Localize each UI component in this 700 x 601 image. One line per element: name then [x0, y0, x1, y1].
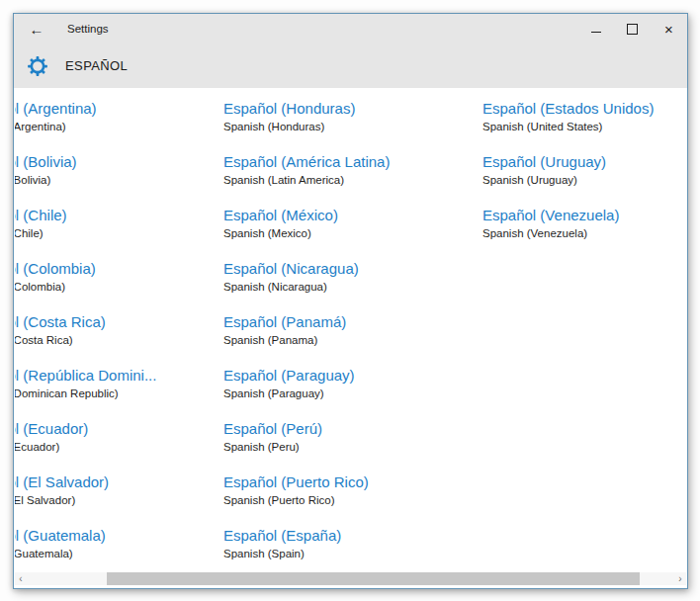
- language-item[interactable]: Español (América Latina) Spanish (Latin …: [223, 152, 390, 188]
- minimize-button[interactable]: [577, 14, 614, 43]
- language-item[interactable]: Español (Colombia) Spanish (Colombia): [15, 259, 156, 295]
- language-item[interactable]: Español (Venezuela) Spanish (Venezuela): [482, 206, 654, 241]
- scrollbar-thumb[interactable]: [107, 572, 640, 585]
- language-subtitle: Spanish (Colombia): [15, 280, 156, 295]
- language-item[interactable]: Español (Bolivia) Spanish (Bolivia): [15, 152, 156, 188]
- language-title: Español (Estados Unidos): [482, 99, 654, 119]
- language-subtitle: Spanish (Chile): [15, 226, 156, 241]
- language-subtitle: Spanish (Latin America): [223, 173, 390, 188]
- language-title: Español (España): [223, 526, 390, 546]
- language-subtitle: Spanish (Ecuador): [15, 440, 156, 455]
- language-title: Español (Honduras): [223, 99, 390, 119]
- language-subtitle: Spanish (El Salvador): [15, 493, 156, 508]
- desktop-background: ← Settings ×: [0, 0, 700, 601]
- close-button[interactable]: ×: [651, 14, 687, 43]
- language-column-3: Español (Estados Unidos) Spanish (United…: [482, 99, 654, 259]
- language-item[interactable]: Español (República Domini... Spanish (Do…: [15, 366, 156, 401]
- language-title: Español (Argentina): [15, 99, 156, 119]
- language-item[interactable]: Español (Costa Rica) Spanish (Costa Rica…: [15, 312, 156, 348]
- maximize-icon: [627, 24, 638, 35]
- language-item[interactable]: Español (España) Spanish (Spain): [223, 526, 390, 561]
- language-title: Español (Panamá): [223, 312, 390, 332]
- language-subtitle: Spanish (Panama): [223, 333, 390, 348]
- language-title: Español (Colombia): [15, 259, 156, 279]
- language-title: Español (Venezuela): [482, 206, 654, 225]
- back-arrow-icon: ←: [30, 21, 44, 38]
- language-subtitle: Spanish (Costa Rica): [15, 333, 156, 348]
- language-title: Español (Uruguay): [482, 152, 654, 172]
- language-title: Español (El Salvador): [15, 472, 156, 492]
- gear-icon: [27, 55, 48, 77]
- language-item[interactable]: Español (Panamá) Spanish (Panama): [223, 312, 390, 348]
- language-item[interactable]: Español (Puerto Rico) Spanish (Puerto Ri…: [223, 472, 390, 508]
- language-item[interactable]: Español (Nicaragua) Spanish (Nicaragua): [223, 259, 390, 295]
- language-item[interactable]: Español (Perú) Spanish (Peru): [223, 419, 390, 455]
- page-header: ESPAÑOL: [14, 43, 687, 88]
- language-subtitle: Spanish (Uruguay): [482, 173, 654, 188]
- close-icon: ×: [664, 22, 673, 37]
- language-subtitle: Spanish (Dominican Republic): [15, 386, 156, 401]
- language-item[interactable]: Español (Guatemala) Spanish (Guatemala): [15, 526, 156, 561]
- language-title: Español (México): [223, 206, 390, 225]
- language-item[interactable]: Español (Chile) Spanish (Chile): [15, 206, 156, 241]
- language-item[interactable]: Español (México) Spanish (Mexico): [223, 206, 390, 241]
- language-subtitle: Spanish (Bolivia): [15, 173, 156, 188]
- language-title: Español (Paraguay): [223, 366, 390, 386]
- language-title: Español (Ecuador): [15, 419, 156, 439]
- language-title: Español (Bolivia): [15, 152, 156, 172]
- language-item[interactable]: Español (Ecuador) Spanish (Ecuador): [15, 419, 156, 455]
- language-column-1: Español (Argentina) Spanish (Argentina) …: [15, 99, 156, 571]
- language-column-2: Español (Honduras) Spanish (Honduras) Es…: [223, 99, 390, 571]
- language-subtitle: Spanish (Puerto Rico): [223, 493, 390, 508]
- language-title: Español (Costa Rica): [15, 312, 156, 332]
- language-subtitle: Spanish (Guatemala): [15, 547, 156, 561]
- language-title: Español (Chile): [15, 206, 156, 225]
- language-title: Español (Perú): [223, 419, 390, 439]
- language-subtitle: Spanish (Honduras): [223, 120, 390, 134]
- language-title: Español (Nicaragua): [223, 259, 390, 279]
- language-title: Español (América Latina): [223, 152, 390, 172]
- language-subtitle: Spanish (Spain): [223, 547, 390, 561]
- language-list: Español (Argentina) Spanish (Argentina) …: [15, 88, 686, 571]
- language-item[interactable]: Español (El Salvador) Spanish (El Salvad…: [15, 472, 156, 508]
- language-subtitle: Spanish (Venezuela): [482, 226, 654, 241]
- scroll-left-arrow-icon[interactable]: ‹: [15, 572, 27, 585]
- scroll-right-arrow-icon[interactable]: ›: [674, 572, 686, 585]
- language-subtitle: Spanish (Argentina): [15, 120, 156, 134]
- window-controls: ×: [577, 14, 687, 43]
- window-title: Settings: [67, 23, 109, 35]
- minimize-icon: [591, 32, 601, 33]
- language-item[interactable]: Español (Uruguay) Spanish (Uruguay): [482, 152, 654, 188]
- back-button[interactable]: ←: [22, 14, 51, 43]
- language-subtitle: Spanish (Peru): [223, 440, 390, 455]
- settings-window: ← Settings ×: [13, 13, 688, 589]
- language-subtitle: Spanish (Mexico): [223, 226, 390, 241]
- language-title: Español (Guatemala): [15, 526, 156, 546]
- maximize-button[interactable]: [614, 14, 651, 43]
- language-subtitle: Spanish (Paraguay): [223, 386, 390, 401]
- language-subtitle: Spanish (Nicaragua): [223, 280, 390, 295]
- language-title: Español (República Domini...: [15, 366, 156, 386]
- language-subtitle: Spanish (United States): [482, 120, 654, 134]
- title-bar: ← Settings ×: [14, 14, 687, 43]
- horizontal-scrollbar[interactable]: ‹ ›: [15, 572, 686, 585]
- language-item[interactable]: Español (Estados Unidos) Spanish (United…: [482, 99, 654, 134]
- language-item[interactable]: Español (Paraguay) Spanish (Paraguay): [223, 366, 390, 401]
- language-title: Español (Puerto Rico): [223, 472, 390, 492]
- language-item[interactable]: Español (Honduras) Spanish (Honduras): [223, 99, 390, 134]
- page-title: ESPAÑOL: [65, 58, 128, 73]
- language-item[interactable]: Español (Argentina) Spanish (Argentina): [15, 99, 156, 134]
